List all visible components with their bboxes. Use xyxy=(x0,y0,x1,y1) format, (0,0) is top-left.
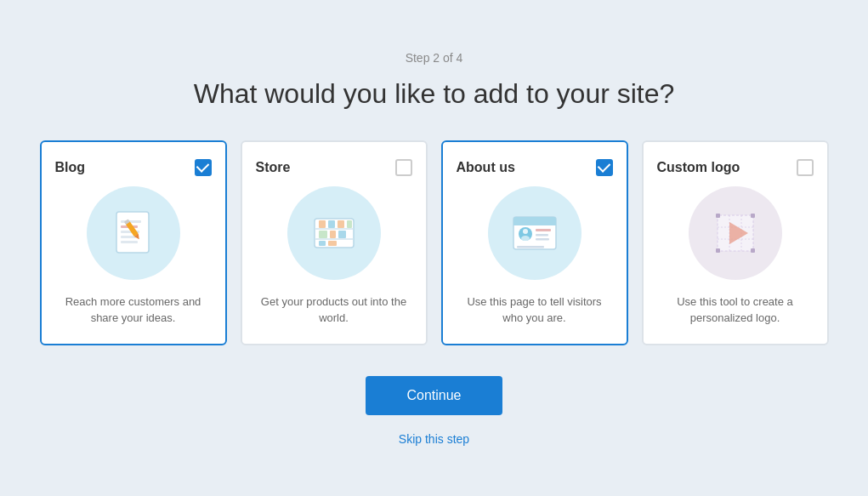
svg-rect-23 xyxy=(513,222,556,225)
svg-rect-14 xyxy=(338,220,344,228)
svg-rect-16 xyxy=(319,231,327,238)
svg-rect-1 xyxy=(121,220,141,223)
svg-rect-5 xyxy=(121,241,138,243)
svg-rect-29 xyxy=(536,238,549,241)
svg-rect-15 xyxy=(347,220,352,228)
svg-rect-17 xyxy=(330,231,336,238)
svg-rect-18 xyxy=(338,231,346,238)
card-blog-title: Blog xyxy=(55,160,86,175)
card-about-us-icon-area xyxy=(457,186,613,280)
card-store-icon-area xyxy=(256,186,412,280)
store-icon xyxy=(304,203,364,263)
card-store-title: Store xyxy=(256,160,291,175)
card-blog-description: Reach more customers and share your idea… xyxy=(55,294,212,327)
svg-point-26 xyxy=(521,236,530,241)
svg-rect-19 xyxy=(319,241,326,246)
svg-rect-4 xyxy=(121,236,136,238)
page-container: Step 2 of 4 What would you like to add t… xyxy=(0,26,868,471)
svg-rect-13 xyxy=(328,220,335,228)
card-about-us[interactable]: About us xyxy=(441,140,628,345)
continue-button[interactable]: Continue xyxy=(366,376,502,415)
step-indicator: Step 2 of 4 xyxy=(406,51,463,65)
svg-rect-39 xyxy=(716,248,720,253)
card-store-checkbox[interactable] xyxy=(395,159,412,176)
svg-rect-20 xyxy=(328,241,337,246)
card-blog-icon-area xyxy=(55,186,212,280)
card-blog-checkbox[interactable] xyxy=(195,159,212,176)
skip-link[interactable]: Skip this step xyxy=(399,432,469,446)
custom-logo-icon xyxy=(706,203,765,263)
card-blog-header: Blog xyxy=(55,159,212,176)
cards-row: Blog xyxy=(40,140,829,345)
card-store-description: Get your products out into the world. xyxy=(256,294,412,327)
svg-rect-37 xyxy=(716,214,720,218)
blog-icon-circle xyxy=(87,186,180,280)
card-custom-logo-checkbox[interactable] xyxy=(797,159,814,176)
card-about-us-header: About us xyxy=(457,159,613,176)
custom-logo-icon-circle xyxy=(689,186,782,280)
svg-rect-12 xyxy=(319,220,326,228)
svg-rect-28 xyxy=(536,234,548,237)
svg-rect-30 xyxy=(517,246,544,248)
svg-rect-40 xyxy=(751,248,755,253)
card-blog[interactable]: Blog xyxy=(40,140,227,345)
about-us-icon xyxy=(505,203,564,263)
svg-rect-27 xyxy=(536,229,551,231)
card-custom-logo-header: Custom logo xyxy=(657,159,814,176)
main-heading: What would you like to add to your site? xyxy=(194,78,675,110)
card-about-us-title: About us xyxy=(457,160,515,175)
card-custom-logo[interactable]: Custom logo xyxy=(642,140,829,345)
card-store-header: Store xyxy=(256,159,412,176)
card-store[interactable]: Store xyxy=(241,140,428,345)
card-custom-logo-icon-area xyxy=(657,186,814,280)
card-about-us-checkbox[interactable] xyxy=(596,159,613,176)
blog-icon xyxy=(104,203,163,263)
card-custom-logo-title: Custom logo xyxy=(657,160,740,175)
about-us-icon-circle xyxy=(488,186,582,280)
svg-rect-38 xyxy=(751,214,755,218)
card-about-us-description: Use this page to tell visitors who you a… xyxy=(457,294,613,327)
svg-point-25 xyxy=(523,229,528,234)
store-icon-circle xyxy=(287,186,381,280)
card-custom-logo-description: Use this tool to create a personalized l… xyxy=(657,294,814,327)
